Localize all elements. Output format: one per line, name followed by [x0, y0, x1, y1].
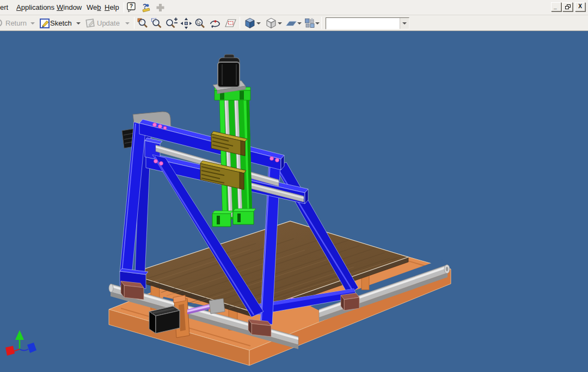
toolbar-separator [134, 17, 134, 29]
axis-left-arrow [5, 346, 15, 356]
whats-this-help-icon[interactable]: ? [126, 2, 138, 13]
zoom-window-icon[interactable] [150, 17, 163, 29]
close-button[interactable]: X [575, 2, 585, 11]
menu-bar: ert Applications Window Web Help ? ? _ X [0, 0, 588, 15]
viewport-3d[interactable] [0, 31, 588, 372]
component-color-display-dropdown[interactable] [315, 22, 320, 25]
context-help-icon[interactable]: ? [140, 2, 152, 13]
menu-item-window[interactable]: Window [57, 3, 82, 11]
look-at-icon[interactable] [224, 17, 237, 29]
slice-graphics-icon[interactable] [284, 17, 297, 29]
zoom-select-icon[interactable] [193, 17, 206, 29]
z-axis-tower [212, 87, 256, 227]
cad-application-window: ert Applications Window Web Help ? ? _ X… [0, 0, 588, 372]
z-motor [213, 54, 246, 94]
sketch-button[interactable]: Sketch [50, 19, 72, 27]
slice-graphics-dropdown[interactable] [297, 22, 302, 25]
zoom-icon[interactable] [164, 17, 177, 29]
toolbar-separator [321, 17, 322, 29]
toolbar-separator [240, 17, 240, 29]
zoom-all-icon[interactable] [137, 17, 150, 29]
axis-up-arrow [15, 330, 24, 340]
update-dropdown[interactable] [125, 22, 130, 25]
menu-item-help[interactable]: Help [105, 3, 119, 11]
menu-item-web[interactable]: Web [87, 3, 101, 11]
hidden-edge-display-icon[interactable] [265, 17, 278, 29]
toolbar: Return Sketch Update [0, 15, 588, 31]
svg-text:?: ? [130, 3, 133, 9]
component-color-display-icon[interactable] [303, 17, 316, 29]
quick-search-combobox[interactable] [326, 17, 409, 29]
rotate-icon[interactable] [209, 17, 222, 29]
menu-separator [124, 2, 124, 13]
shaded-display-icon[interactable] [243, 17, 256, 29]
shaded-display-dropdown[interactable] [256, 22, 261, 25]
update-icon [85, 17, 98, 29]
combobox-input[interactable] [327, 19, 399, 28]
add-icon [155, 2, 167, 13]
pan-icon[interactable] [180, 17, 193, 29]
combobox-dropdown-button[interactable] [400, 18, 409, 29]
return-dropdown[interactable] [30, 22, 35, 25]
restore-button[interactable] [562, 2, 573, 11]
update-button[interactable]: Update [97, 19, 120, 27]
hidden-edge-display-dropdown[interactable] [278, 22, 282, 25]
axis-right-arrow [27, 343, 36, 353]
return-button[interactable]: Return [5, 19, 27, 27]
minimize-button[interactable]: _ [551, 2, 561, 11]
menu-item-applications[interactable]: Applications [16, 3, 54, 11]
sketch-dropdown[interactable] [76, 22, 81, 25]
axis-triad [5, 330, 36, 356]
menu-item-convert-partial[interactable]: ert [0, 3, 8, 11]
